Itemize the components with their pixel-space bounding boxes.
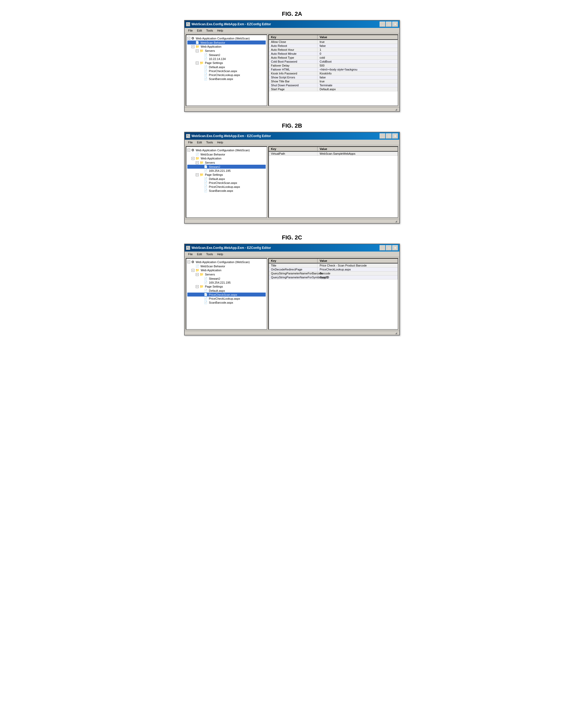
tree-expand-toggle[interactable]: − xyxy=(191,269,194,272)
table-row[interactable]: VirtualPathWebScan-SampleWebApps xyxy=(269,152,398,156)
table-row[interactable]: TitlePrice Check - Scan Product Barcode xyxy=(269,264,398,267)
tree-item-label: Web Application Configuration (WebScan) xyxy=(196,149,250,152)
resize-grip[interactable]: ◢ xyxy=(395,332,398,335)
close-button[interactable]: ✕ xyxy=(392,133,398,139)
tree-item[interactable]: 📄ScanBarcode.aspx xyxy=(187,189,266,192)
tree-panel[interactable]: −⚙Web Application Configuration (WebScan… xyxy=(186,34,267,106)
table-row[interactable]: Show Title Bartrue xyxy=(269,79,398,83)
table-row[interactable]: Show Script Errorsfalse xyxy=(269,76,398,79)
tree-item[interactable]: 📄ScanBarcode.aspx xyxy=(187,301,266,305)
menu-edit[interactable]: Edit xyxy=(195,28,204,33)
tree-item[interactable]: −⚙Web Application Configuration (WebScan… xyxy=(187,36,266,41)
table-row[interactable]: Cold Boot PasswordColdBoot xyxy=(269,60,398,64)
tree-item[interactable]: 📄PriceCheckScan.aspx xyxy=(187,69,266,73)
tree-item[interactable]: −📁Servers xyxy=(187,160,266,165)
tree-expand-toggle[interactable]: − xyxy=(196,49,198,52)
tree-panel[interactable]: −⚙Web Application Configuration (WebScan… xyxy=(186,258,267,330)
tree-item[interactable]: −📁Servers xyxy=(187,272,266,277)
menu-edit[interactable]: Edit xyxy=(195,140,204,145)
tree-item-label: StewartJ xyxy=(209,165,220,168)
tree-icon: 📁 xyxy=(195,268,200,272)
tree-item[interactable]: 📄ScanBarcode.aspx xyxy=(187,77,266,81)
tree-item[interactable]: −📁Web Application xyxy=(187,45,266,49)
tree-panel[interactable]: −⚙Web Application Configuration (WebScan… xyxy=(186,146,267,218)
menu-edit[interactable]: Edit xyxy=(195,252,204,256)
tree-item[interactable]: 📄PriceCheckScan.aspx xyxy=(187,292,266,296)
tree-expand-toggle[interactable]: − xyxy=(196,161,198,164)
tree-expand-toggle[interactable]: − xyxy=(196,285,198,288)
tree-item[interactable]: 📄Default.aspx xyxy=(187,65,266,69)
tree-item[interactable]: 📄PriceCheckLookup.aspx xyxy=(187,296,266,301)
menu-help[interactable]: Help xyxy=(215,28,225,33)
tree-item[interactable]: 📄StewartJ xyxy=(187,277,266,281)
tree-item[interactable]: 📄Default.aspx xyxy=(187,289,266,292)
tree-expand-toggle[interactable]: − xyxy=(187,149,190,152)
table-row[interactable]: Shut Down PasswordTerminate xyxy=(269,83,398,87)
minimize-button[interactable]: _ xyxy=(379,133,386,139)
menu-help[interactable]: Help xyxy=(215,140,225,145)
table-row[interactable]: Allow Closetrue xyxy=(269,40,398,44)
tree-item[interactable]: −📁Servers xyxy=(187,49,266,53)
tree-item[interactable]: 📄PriceCheckLookup.aspx xyxy=(187,185,266,189)
tree-expand-toggle[interactable]: − xyxy=(191,157,194,160)
table-row[interactable]: Start PageDefault.aspx xyxy=(269,87,398,91)
tree-item[interactable]: 📄StewartJ xyxy=(187,165,266,168)
tree-expand-toggle[interactable]: − xyxy=(191,45,194,48)
tree-item[interactable]: 📄PriceCheckLookup.aspx xyxy=(187,73,266,77)
statusbar: ◢ xyxy=(185,219,399,223)
tree-item[interactable]: 📄10.22.14.134 xyxy=(187,57,266,61)
menu-file[interactable]: File xyxy=(186,28,195,33)
table-row[interactable]: QueryStringParameterNameForSymbologyIDSy… xyxy=(269,276,398,279)
tree-expand-toggle[interactable]: − xyxy=(187,37,190,40)
menu-file[interactable]: File xyxy=(186,252,195,256)
tree-item[interactable]: −⚙Web Application Configuration (WebScan… xyxy=(187,148,266,152)
maximize-button[interactable]: □ xyxy=(386,22,392,27)
table-row[interactable]: Auto Reboot Typecold xyxy=(269,56,398,60)
table-row[interactable]: OnDecodeRedirectPagePriceCheckLookup.asp… xyxy=(269,267,398,271)
close-button[interactable]: ✕ xyxy=(392,22,398,27)
tree-expand-toggle[interactable]: − xyxy=(187,260,190,263)
table-key-cell: Auto Reboot xyxy=(269,44,318,48)
close-button[interactable]: ✕ xyxy=(392,245,398,251)
tree-item[interactable]: −📁Page Settings xyxy=(187,61,266,65)
tree-item[interactable]: 📄169.254.221.195 xyxy=(187,281,266,284)
tree-item[interactable]: −📁Page Settings xyxy=(187,173,266,177)
menu-tools[interactable]: Tools xyxy=(204,28,215,33)
tree-expand-toggle[interactable]: − xyxy=(196,173,198,176)
tree-expand-toggle[interactable]: − xyxy=(196,273,198,276)
tree-item[interactable]: 📄WebScan Behavior xyxy=(187,264,266,268)
minimize-button[interactable]: _ xyxy=(379,22,386,27)
table-row[interactable]: Kiosk Info PasswordKioskInfo xyxy=(269,72,398,76)
table-row[interactable]: QueryStringParameterNameForBarcodeBarcod… xyxy=(269,271,398,276)
table-value-cell: PriceCheckLookup.aspx xyxy=(318,267,398,271)
tree-item[interactable]: 📄WebScan Behavior xyxy=(187,152,266,156)
maximize-button[interactable]: □ xyxy=(386,245,392,251)
tree-item[interactable]: −📁Web Application xyxy=(187,268,266,272)
tree-item[interactable]: 📄WebScan Behavior xyxy=(187,41,266,45)
tree-expand-toggle[interactable]: − xyxy=(196,61,198,64)
table-key-cell: QueryStringParameterNameForBarcode xyxy=(269,271,318,275)
tree-item[interactable]: 📄169.254.221.195 xyxy=(187,168,266,173)
tree-item-label: Web Application xyxy=(201,45,221,48)
tree-item[interactable]: 📄Default.aspx xyxy=(187,177,266,181)
resize-grip[interactable]: ◢ xyxy=(395,220,398,223)
tree-item[interactable]: −📁Web Application xyxy=(187,156,266,160)
menu-file[interactable]: File xyxy=(186,140,195,145)
table-row[interactable]: Auto Reboot Minute0 xyxy=(269,52,398,56)
minimize-button[interactable]: _ xyxy=(379,245,386,251)
menu-tools[interactable]: Tools xyxy=(204,140,215,145)
tree-item[interactable]: 📄PriceCheckScan.aspx xyxy=(187,181,266,185)
tree-item-label: Default.aspx xyxy=(209,289,225,292)
tree-item[interactable]: 📄StewartJ xyxy=(187,53,266,57)
table-row[interactable]: Auto Reboot Hour1 xyxy=(269,48,398,52)
table-row[interactable]: Failover HTML<html><body style='backgrou xyxy=(269,68,398,72)
maximize-button[interactable]: □ xyxy=(386,133,392,139)
menu-tools[interactable]: Tools xyxy=(204,252,215,256)
table-key-cell: Show Script Errors xyxy=(269,76,318,79)
table-row[interactable]: Failover Delay500 xyxy=(269,64,398,68)
tree-item[interactable]: −⚙Web Application Configuration (WebScan… xyxy=(187,260,266,264)
menu-help[interactable]: Help xyxy=(215,252,225,256)
table-row[interactable]: Auto Rebootfalse xyxy=(269,44,398,48)
tree-item[interactable]: −📁Page Settings xyxy=(187,284,266,289)
resize-grip[interactable]: ◢ xyxy=(395,108,398,111)
